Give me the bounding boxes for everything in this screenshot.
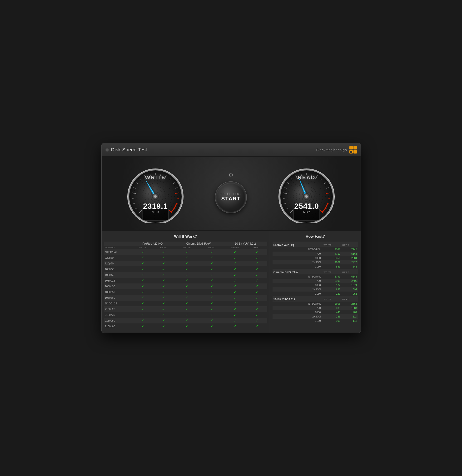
checkmark: ✓ — [141, 256, 144, 260]
check-cell: ✓ — [200, 323, 223, 329]
checkmark: ✓ — [141, 318, 144, 323]
check-cell: ✓ — [247, 278, 267, 283]
read-col-header: READ — [341, 242, 358, 247]
check-cell: ✓ — [223, 323, 247, 329]
checkmark: ✓ — [255, 301, 258, 305]
check-cell: ✓ — [223, 306, 247, 312]
read-value: 113 — [341, 319, 358, 323]
check-cell: ✓ — [173, 312, 200, 318]
format-col-header — [104, 242, 132, 246]
checkmark: ✓ — [141, 267, 144, 271]
list-item: 2160229251 — [273, 291, 358, 296]
check-cell: ✓ — [200, 278, 223, 283]
will-it-work-panel: Will It Work? ProRes 422 HQ Cinema DNG R… — [102, 231, 270, 333]
check-cell: ✓ — [247, 255, 267, 261]
checkmark: ✓ — [210, 261, 213, 265]
check-cell: ✓ — [132, 249, 154, 255]
checkmark: ✓ — [185, 307, 188, 311]
checkmark: ✓ — [141, 290, 144, 294]
close-button[interactable] — [105, 148, 109, 152]
write-unit: MB/s — [122, 210, 189, 214]
start-button-area: ⚙ SPEED TEST START — [215, 172, 246, 213]
row-label: 1080 — [273, 256, 323, 260]
check-cell: ✓ — [223, 301, 247, 306]
check-cell: ✓ — [132, 301, 154, 306]
row-label: 1080p25 — [104, 278, 132, 283]
list-item: 72047125163 — [273, 252, 358, 256]
window-title: Disk Speed Test — [111, 147, 147, 153]
checkmark: ✓ — [162, 256, 165, 260]
checkmark: ✓ — [210, 250, 213, 254]
check-cell: ✓ — [154, 255, 173, 261]
write-value: 2606 — [323, 302, 342, 306]
checkmark: ✓ — [210, 256, 213, 260]
write-value: 229 — [323, 291, 342, 296]
checkmark: ✓ — [233, 256, 237, 260]
group-name: Cinema DNG RAW — [273, 269, 323, 274]
checkmark: ✓ — [162, 301, 165, 305]
checkmark: ✓ — [210, 318, 213, 323]
write-value: 4712 — [323, 252, 342, 256]
check-cell: ✓ — [154, 266, 173, 272]
checkmark: ✓ — [141, 261, 144, 265]
checkmark: ✓ — [185, 313, 188, 317]
row-label: 1080p50 — [104, 289, 132, 295]
row-label: 2160 — [273, 319, 323, 323]
row-label: 2K DCI 25 — [104, 301, 132, 306]
check-cell: ✓ — [154, 312, 173, 318]
check-cell: ✓ — [154, 278, 173, 283]
group-name: ProRes 422 HQ — [273, 242, 323, 247]
check-cell: ✓ — [223, 266, 247, 272]
checkmark: ✓ — [162, 267, 165, 271]
how-fast-tbody: ProRes 422 HQWRITEREADNTSC/PAL7068774472… — [273, 242, 358, 323]
table-row: 2160p50✓✓✓✓✓✓ — [104, 318, 267, 323]
yuv-write-sub: WRITE — [223, 246, 247, 249]
check-cell: ✓ — [200, 301, 223, 306]
check-cell: ✓ — [247, 295, 267, 301]
write-value: 5791 — [323, 274, 342, 279]
row-label: 2K DCI — [273, 287, 323, 291]
check-cell: ✓ — [173, 306, 200, 312]
check-cell: ✓ — [132, 323, 154, 329]
table-row: 1080p30✓✓✓✓✓✓ — [104, 283, 267, 289]
check-cell: ✓ — [200, 289, 223, 295]
gear-icon[interactable]: ⚙ — [229, 172, 233, 178]
check-cell: ✓ — [173, 295, 200, 301]
checkmark: ✓ — [185, 296, 188, 300]
check-cell: ✓ — [132, 312, 154, 318]
read-col-header: READ — [341, 269, 358, 274]
list-item: 7209891084 — [273, 306, 358, 310]
table-row: 2160p30✓✓✓✓✓✓ — [104, 312, 267, 318]
list-item: NTSC/PAL26062855 — [273, 302, 358, 306]
row-label: 2160 — [273, 291, 323, 296]
table-row: 720p50✓✓✓✓✓✓ — [104, 255, 267, 261]
checkmark: ✓ — [185, 250, 188, 254]
start-button[interactable]: SPEED TEST START — [215, 182, 246, 213]
read-gauge-container: READ 2541.0 MB/s — [273, 161, 340, 223]
checkmark: ✓ — [210, 279, 213, 282]
check-cell: ✓ — [223, 312, 247, 318]
checkmark: ✓ — [185, 267, 188, 271]
list-item: 2K DCI286314 — [273, 314, 358, 319]
check-cell: ✓ — [223, 318, 247, 323]
write-gauge-label: WRITE — [122, 174, 189, 181]
cdng-read-sub: READ — [200, 246, 223, 249]
row-label: NTSC/PAL — [273, 302, 323, 306]
check-cell: ✓ — [132, 266, 154, 272]
checkmark: ✓ — [233, 324, 237, 328]
check-cell: ✓ — [200, 266, 223, 272]
group-header-row: ProRes 422 HQWRITEREAD — [273, 242, 358, 247]
write-value: 286 — [323, 314, 342, 319]
check-cell: ✓ — [154, 283, 173, 289]
group-header-row: Cinema DNG RAWWRITEREAD — [273, 269, 358, 274]
check-cell: ✓ — [247, 323, 267, 329]
speed-test-label: SPEED TEST — [220, 193, 241, 196]
checkmark: ✓ — [210, 267, 213, 271]
check-cell: ✓ — [132, 261, 154, 266]
read-unit: MB/s — [273, 210, 340, 214]
read-value: 2409 — [341, 279, 358, 283]
yuv-read-sub: READ — [247, 246, 267, 249]
how-fast-table: ProRes 422 HQWRITEREADNTSC/PAL7068774472… — [273, 242, 358, 323]
check-cell: ✓ — [200, 312, 223, 318]
checkmark: ✓ — [141, 313, 144, 317]
